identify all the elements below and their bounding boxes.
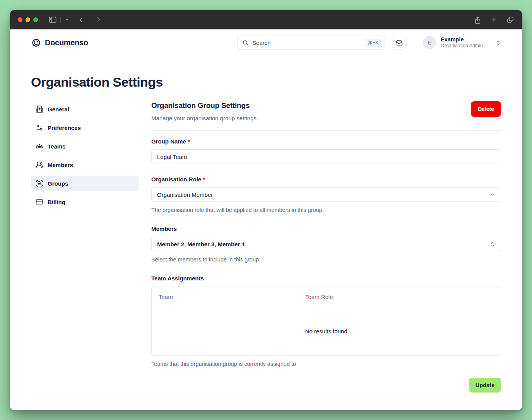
app-header: Documenso Search ⌘+K E Example bbox=[10, 29, 522, 56]
chevrons-up-down-icon bbox=[490, 241, 496, 247]
sidebar-item-preferences[interactable]: Preferences bbox=[31, 120, 139, 135]
table-empty-state: No results found bbox=[152, 307, 501, 355]
people-group-icon bbox=[36, 142, 43, 150]
new-tab-icon[interactable] bbox=[491, 17, 497, 23]
section-title: Organisation Group Settings bbox=[151, 101, 258, 110]
sidebar-item-teams[interactable]: Teams bbox=[31, 138, 139, 154]
user-name: Example bbox=[441, 36, 483, 43]
sliders-icon bbox=[36, 124, 43, 131]
user-menu-button[interactable]: E Example Organisation Admin bbox=[423, 36, 501, 49]
back-button[interactable] bbox=[78, 16, 85, 23]
sidebar-chevron-down-icon[interactable] bbox=[65, 17, 69, 22]
sidebar-item-label: Billing bbox=[48, 199, 65, 205]
sidebar-item-label: General bbox=[48, 106, 69, 113]
user-role: Organisation Admin bbox=[441, 43, 483, 49]
users-icon bbox=[36, 161, 43, 169]
organisation-role-label: Organisation Role * bbox=[151, 176, 501, 183]
toolbar-separator bbox=[60, 17, 61, 23]
forward-button[interactable] bbox=[95, 16, 102, 23]
group-icon bbox=[36, 179, 43, 187]
sidebar-item-members[interactable]: Members bbox=[31, 157, 139, 172]
documenso-logo[interactable]: Documenso bbox=[31, 38, 88, 48]
inbox-icon bbox=[395, 39, 403, 46]
avatar: E bbox=[423, 36, 436, 49]
members-hint: Select the members to include in this gr… bbox=[151, 256, 501, 263]
group-name-input[interactable] bbox=[151, 149, 501, 164]
traffic-lights bbox=[18, 17, 38, 22]
building-icon bbox=[36, 105, 43, 113]
search-input[interactable]: Search ⌘+K bbox=[237, 36, 385, 50]
team-assignments-label: Team Assignments bbox=[151, 275, 501, 282]
search-icon bbox=[242, 39, 249, 46]
sidebar-item-label: Teams bbox=[48, 143, 65, 150]
team-assignments-hint: Teams that this organisation group is cu… bbox=[151, 361, 501, 367]
group-name-label: Group Name * bbox=[151, 138, 501, 145]
organisation-role-select[interactable]: Organisation Member bbox=[151, 187, 501, 202]
column-header-team-role: Team Role bbox=[298, 294, 501, 300]
search-shortcut-badge: ⌘+K bbox=[365, 39, 381, 47]
team-assignments-table: Team Team Role No results found bbox=[151, 287, 501, 356]
required-asterisk: * bbox=[203, 176, 205, 183]
members-multiselect[interactable]: Member 2, Member 3, Member 1 bbox=[151, 237, 501, 251]
inbox-button[interactable] bbox=[392, 36, 407, 50]
group-settings-panel: Organisation Group Settings Manage your … bbox=[151, 101, 501, 410]
section-subtitle: Manage your organisation group settings. bbox=[151, 115, 258, 121]
search-placeholder: Search bbox=[252, 39, 361, 46]
sidebar-item-groups[interactable]: Groups bbox=[31, 176, 139, 191]
chevrons-up-down-icon bbox=[495, 40, 501, 46]
zoom-window-button[interactable] bbox=[33, 17, 38, 22]
organisation-role-hint: The organisation role that will be appli… bbox=[151, 207, 501, 213]
sidebar-item-label: Members bbox=[48, 162, 73, 168]
table-header-row: Team Team Role bbox=[152, 287, 501, 307]
close-window-button[interactable] bbox=[18, 17, 22, 22]
minimize-window-button[interactable] bbox=[26, 17, 30, 22]
sidebar-item-label: Groups bbox=[48, 180, 68, 187]
tab-overview-icon[interactable] bbox=[506, 16, 514, 24]
delete-button[interactable]: Delete bbox=[471, 101, 501, 117]
required-asterisk: * bbox=[188, 138, 190, 145]
members-label: Members bbox=[151, 225, 501, 232]
section-divider bbox=[151, 130, 501, 131]
sidebar-item-label: Preferences bbox=[48, 125, 81, 131]
documenso-seal-icon bbox=[31, 38, 41, 48]
sidebar-item-billing[interactable]: Billing bbox=[31, 194, 139, 210]
credit-card-icon bbox=[36, 198, 43, 206]
chevron-down-icon bbox=[489, 191, 496, 198]
sidebar-item-general[interactable]: General bbox=[31, 101, 139, 117]
settings-sidebar: General Preferences bbox=[31, 101, 139, 410]
update-button[interactable]: Update bbox=[469, 378, 501, 393]
organisation-role-value: Organisation Member bbox=[157, 191, 213, 198]
page-title: Organisation Settings bbox=[10, 75, 522, 90]
browser-window: Documenso Search ⌘+K E Example bbox=[10, 10, 522, 410]
column-header-team: Team bbox=[152, 294, 298, 300]
browser-titlebar bbox=[10, 10, 522, 29]
app-content: Documenso Search ⌘+K E Example bbox=[10, 29, 522, 410]
share-icon[interactable] bbox=[474, 16, 481, 24]
members-value: Member 2, Member 3, Member 1 bbox=[157, 241, 245, 248]
sidebar-toggle-icon[interactable] bbox=[49, 16, 56, 23]
brand-name: Documenso bbox=[45, 38, 88, 47]
